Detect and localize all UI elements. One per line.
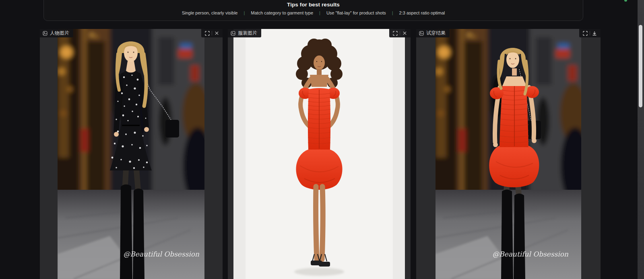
panel-label-text: 服装图片	[238, 30, 257, 37]
fullscreen-button[interactable]	[391, 29, 400, 37]
tip-item-2: Match category to garment type	[251, 10, 313, 15]
close-button[interactable]	[212, 29, 221, 37]
watermark-text: @Beautiful Obsession	[123, 250, 199, 258]
scrollbar-thumb[interactable]	[639, 25, 642, 107]
tip-separator: |	[244, 10, 245, 15]
tip-separator: |	[392, 10, 393, 15]
garment-photo[interactable]	[233, 29, 405, 279]
green-indicator-dot	[624, 0, 627, 2]
tip-item-4: 2:3 aspect ratio optimal	[399, 10, 445, 15]
panel-label-result: 试穿结果	[416, 29, 450, 37]
panel-actions-result	[579, 29, 601, 37]
watermark-text: @Beautiful Obsession	[492, 250, 568, 258]
fullscreen-icon	[393, 31, 398, 36]
app-stage: Tips for best results Single person, cle…	[0, 0, 644, 279]
close-icon	[402, 31, 407, 35]
image-icon	[43, 31, 47, 36]
vertical-scrollbar[interactable]	[638, 0, 644, 279]
tip-separator: |	[319, 10, 320, 15]
tryon-result-panel: @Beautiful Obsession 试穿结果	[416, 29, 601, 279]
garment-image-panel: 服装图片	[228, 29, 411, 279]
fullscreen-icon	[583, 31, 588, 36]
download-button[interactable]	[590, 29, 599, 37]
panel-label-text: 人物图片	[50, 30, 69, 37]
download-icon	[592, 31, 597, 36]
fullscreen-button[interactable]	[203, 29, 212, 37]
panel-actions-garment	[389, 29, 411, 37]
tryon-result-photo[interactable]: @Beautiful Obsession	[436, 29, 581, 279]
panel-label-person: 人物图片	[40, 29, 73, 37]
fullscreen-button[interactable]	[581, 29, 590, 37]
tip-item-1: Single person, clearly visible	[182, 10, 238, 15]
close-button[interactable]	[400, 29, 409, 37]
panel-actions-person	[201, 29, 223, 37]
image-icon	[419, 31, 424, 36]
tips-list: Single person, clearly visible | Match c…	[44, 10, 583, 15]
person-image-panel: @Beautiful Obsession 人物图片	[40, 29, 223, 279]
panel-label-text: 试穿结果	[426, 30, 446, 37]
panel-label-garment: 服装图片	[228, 29, 261, 37]
tips-title: Tips for best results	[44, 2, 583, 8]
fullscreen-icon	[205, 31, 210, 36]
tips-banner: Tips for best results Single person, cle…	[43, 0, 583, 21]
close-icon	[215, 31, 219, 35]
image-icon	[231, 31, 235, 36]
person-photo[interactable]: @Beautiful Obsession	[58, 29, 204, 279]
tip-item-3: Use "flat-lay" for product shots	[326, 10, 386, 15]
